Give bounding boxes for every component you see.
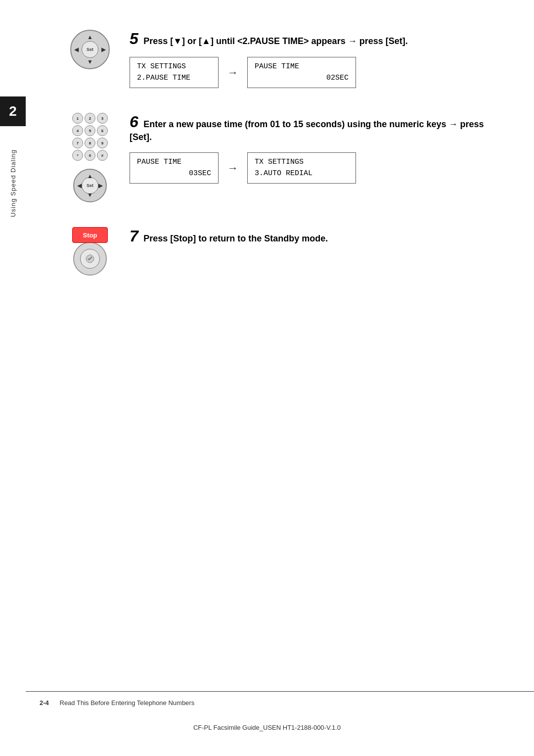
step-5-number: 5 [130, 30, 138, 47]
step-6-lcd-before-line1: PAUSE TIME [137, 157, 211, 168]
step-6-arrow-left-icon: ◀ [77, 182, 82, 189]
key-2: 2 [85, 113, 95, 124]
step-5-lcd-before: TX SETTINGS 2.PAUSE TIME [130, 57, 219, 88]
step-5-lcd-row: TX SETTINGS 2.PAUSE TIME → PAUSE TIME 02… [130, 57, 504, 88]
step-6-section: 1 2 3 4 5 6 7 8 9 * 0 # ▲ ▼ [65, 113, 504, 202]
step-5-content: 5 Press [▼] or [▲] until <2.PAUSE TIME> … [130, 30, 504, 88]
footer-page-ref: 2-4 Read This Before Entering Telephone … [40, 699, 194, 707]
step-6-icon-group: 1 2 3 4 5 6 7 8 9 * 0 # ▲ ▼ [72, 113, 108, 202]
step-6-arrow: → [227, 162, 238, 175]
stop-inner [80, 249, 100, 269]
step-6-lcd-after: TX SETTINGS 3.AUTO REDIAL [247, 152, 356, 184]
footer-page-description: Read This Before Entering Telephone Numb… [60, 699, 195, 707]
step-7-section: Stop 7 Press [Stop] to return to the Sta… [65, 227, 504, 276]
main-content: ▲ ▼ ◀ ▶ Set 5 Press [▼] or [▲] until <2.… [26, 0, 534, 756]
nav-arrow-up-icon: ▲ [87, 34, 93, 41]
nav-arrow-down-icon: ▼ [87, 58, 93, 65]
step-6-content: 6 Enter a new pause time (from 01 to 15 … [130, 113, 504, 184]
nav-arrow-right-icon: ▶ [101, 46, 106, 53]
key-1: 1 [72, 113, 83, 124]
key-6: 6 [97, 125, 108, 136]
step-6-icon: 1 2 3 4 5 6 7 8 9 * 0 # ▲ ▼ [65, 113, 115, 202]
step-6-nav-button: ▲ ▼ ◀ ▶ Set [73, 169, 107, 202]
key-7: 7 [72, 138, 83, 148]
chapter-label-container: Using Speed Dialing [0, 129, 26, 237]
step-6-heading: 6 Enter a new pause time (from 01 to 15 … [130, 113, 504, 143]
step-6-instruction: Enter a new pause time (from 01 to 15 se… [130, 119, 484, 142]
stop-circle [73, 242, 107, 276]
key-4: 4 [72, 125, 83, 136]
step-6-lcd-before-line2: 03SEC [137, 168, 211, 180]
step-5-heading: 5 Press [▼] or [▲] until <2.PAUSE TIME> … [130, 30, 504, 48]
nav-button-icon: ▲ ▼ ◀ ▶ Set [70, 30, 110, 69]
step-6-arrow-down-icon: ▼ [87, 191, 93, 198]
key-5: 5 [85, 125, 95, 136]
nav-arrows: ▲ ▼ ◀ ▶ [71, 31, 109, 68]
stop-button: Stop [72, 227, 108, 243]
step-6-nav-arrows: ▲ ▼ ◀ ▶ [74, 170, 106, 201]
step-7-content: 7 Press [Stop] to return to the Standby … [130, 227, 504, 254]
stop-button-container: Stop [72, 227, 108, 276]
step-6-lcd-before: PAUSE TIME 03SEC [130, 152, 219, 184]
key-8: 8 [85, 138, 95, 148]
step-5-instruction: Press [▼] or [▲] until <2.PAUSE TIME> ap… [143, 36, 407, 46]
step-5-lcd-before-line1: TX SETTINGS [137, 61, 211, 73]
step-7-icon: Stop [65, 227, 115, 276]
nav-arrow-left-icon: ◀ [74, 46, 79, 53]
step-5-icon: ▲ ▼ ◀ ▶ Set [65, 30, 115, 69]
step-7-instruction: Press [Stop] to return to the Standby mo… [143, 234, 328, 243]
step-7-number: 7 [130, 227, 138, 245]
step-6-arrow-right-icon: ▶ [98, 182, 103, 189]
chapter-number: 2 [9, 103, 17, 119]
key-9: 9 [97, 138, 108, 148]
chapter-label: Using Speed Dialing [9, 149, 17, 217]
step-6-number: 6 [130, 113, 138, 131]
step-6-lcd-after-line1: TX SETTINGS [255, 157, 349, 168]
step-5-lcd-after-line2: 02SEC [255, 73, 349, 84]
footer-spacer [50, 699, 57, 707]
footer-doc-reference: CF-PL Facsimile Guide_USEN HT1-2188-000-… [193, 724, 341, 731]
sidebar: 2 Using Speed Dialing [0, 0, 26, 756]
step-5-lcd-before-line2: 2.PAUSE TIME [137, 73, 211, 84]
numeric-keypad: 1 2 3 4 5 6 7 8 9 * 0 # [72, 113, 108, 161]
footer-divider [26, 691, 534, 692]
key-star: * [72, 150, 83, 161]
step-6-arrow-up-icon: ▲ [87, 173, 93, 180]
step-5-lcd-after: PAUSE TIME 02SEC [247, 57, 356, 88]
key-0: 0 [85, 150, 95, 161]
step-5-arrow: → [227, 66, 238, 79]
step-7-heading: 7 Press [Stop] to return to the Standby … [130, 227, 504, 245]
step-5-section: ▲ ▼ ◀ ▶ Set 5 Press [▼] or [▲] until <2.… [65, 30, 504, 88]
chapter-number-block: 2 [0, 96, 26, 126]
stop-inner-icon [85, 253, 95, 264]
footer-page-number: 2-4 [40, 699, 49, 707]
step-6-lcd-row: PAUSE TIME 03SEC → TX SETTINGS 3.AUTO RE… [130, 152, 504, 184]
key-hash: # [97, 150, 108, 161]
key-3: 3 [97, 113, 108, 124]
step-5-lcd-after-line1: PAUSE TIME [255, 61, 349, 73]
step-6-lcd-after-line2: 3.AUTO REDIAL [255, 168, 349, 180]
